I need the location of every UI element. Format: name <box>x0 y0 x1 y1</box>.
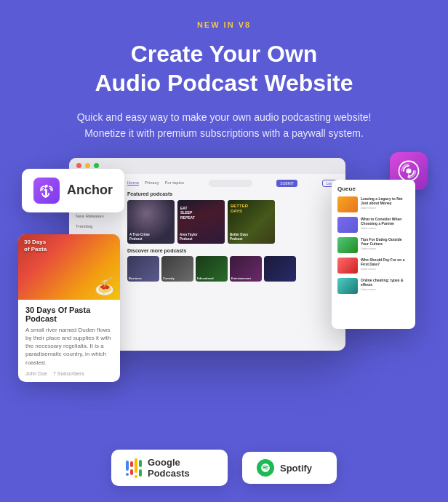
apple-podcasts-svg <box>398 160 420 182</box>
queue-item-sub-1: Listen more <box>361 206 409 210</box>
queue-item-text-5: Online cheating: types & effects Listen … <box>361 278 409 291</box>
queue-item-title-2: What to Consider When Choosing a Partner <box>361 217 409 226</box>
new-badge: NEW IN V8 <box>197 20 251 29</box>
queue-item-2[interactable]: What to Consider When Choosing a Partner… <box>337 217 409 233</box>
discover-cards: Business Comedy Educational Entertainmen… <box>127 256 340 282</box>
queue-item-1[interactable]: Leaving a Legacy to Not Just about Money… <box>337 196 409 212</box>
featured-card-2[interactable]: EATSLEEPREPEAT Area TaylorPodcast <box>177 200 225 244</box>
queue-thumb-1 <box>337 196 358 212</box>
sidebar-item-trending[interactable]: Trending <box>73 223 117 230</box>
podcast-card-meta: John Doe 7 Subscribers <box>25 371 113 376</box>
svg-point-1 <box>406 168 411 173</box>
podcast-card-desc: A small river named Duden flows by their… <box>25 326 113 367</box>
nav-privacy[interactable]: Privacy <box>145 180 159 186</box>
nav-home[interactable]: Home <box>127 180 139 186</box>
browser-topbar: Home Privacy For topics SUBMIT Login <box>127 180 340 187</box>
browser-main: Home Privacy For topics SUBMIT Login Fea… <box>121 174 345 351</box>
featured-cards: A True CrimePodcast EATSLEEPREPEAT Area … <box>127 200 340 244</box>
heading-line2: Audio Podcast Website <box>95 70 353 96</box>
card-title-2: Area TaylorPodcast <box>180 233 197 242</box>
discover-label-2: Comedy <box>163 276 175 280</box>
queue-item-5[interactable]: Online cheating: types & effects Listen … <box>337 278 409 294</box>
queue-item-text-3: Tips For Dating Outside Your Culture Lis… <box>361 237 409 250</box>
queue-item-sub-2: Listen more <box>361 226 409 230</box>
discover-card-1[interactable]: Business <box>127 256 159 282</box>
google-podcasts-label: Google Podcasts <box>148 457 213 479</box>
dot-minimize <box>85 163 90 168</box>
queue-panel: Queue Leaving a Legacy to Not Just about… <box>332 180 415 329</box>
queue-item-text-2: What to Consider When Choosing a Partner… <box>361 217 409 230</box>
queue-item-3[interactable]: Tips For Dating Outside Your Culture Lis… <box>337 237 409 253</box>
main-heading: Create Your Own Audio Podcast Website <box>95 39 353 97</box>
dot-close <box>76 163 81 168</box>
queue-thumb-5 <box>337 278 358 294</box>
queue-thumb-3 <box>337 237 358 253</box>
discover-card-5[interactable] <box>264 256 296 282</box>
spotify-icon <box>257 459 274 477</box>
discover-card-3[interactable]: Educational <box>196 256 228 282</box>
queue-item-title-5: Online cheating: types & effects <box>361 278 409 287</box>
google-podcasts-pill[interactable]: Google Podcasts <box>111 450 228 486</box>
anchor-svg <box>39 183 55 199</box>
queue-title: Queue <box>337 186 409 192</box>
anchor-card: Anchor <box>22 169 124 212</box>
page-wrapper: NEW IN V8 Create Your Own Audio Podcast … <box>0 0 448 502</box>
podcast-card-title: 30 Days Of Pasta Podcast <box>25 306 113 323</box>
browser-submit-btn[interactable]: SUBMIT <box>276 180 297 187</box>
podcast-card-subscribers: 7 Subscribers <box>53 371 84 376</box>
logos-row: Google Podcasts Spotify <box>111 450 337 486</box>
dot-maximize <box>94 163 99 168</box>
featured-card-1[interactable]: A True CrimePodcast <box>127 200 175 244</box>
anchor-icon <box>33 178 60 204</box>
discover-label-3: Educational <box>197 276 214 280</box>
discover-card-2[interactable]: Comedy <box>161 256 193 282</box>
queue-item-title-3: Tips For Dating Outside Your Culture <box>361 237 409 247</box>
queue-item-sub-3: Listen more <box>361 247 409 250</box>
queue-item-text-1: Leaving a Legacy to Not Just about Money… <box>361 196 409 210</box>
podcast-card-content: 30 Days Of Pasta Podcast A small river n… <box>18 300 120 382</box>
queue-item-sub-5: Listen more <box>361 287 409 291</box>
discover-label-4: Entertainment <box>231 276 251 280</box>
sidebar-item-newreleases[interactable]: New Releases <box>73 212 117 220</box>
queue-item-text-4: Who Should Pay For on a First Date? List… <box>361 258 409 271</box>
podcast-card: 30 Daysof Pasta 🍝 30 Days Of Pasta Podca… <box>18 234 120 382</box>
anchor-label: Anchor <box>67 183 113 198</box>
queue-thumb-2 <box>337 217 358 233</box>
heading-line1: Create Your Own <box>131 41 318 67</box>
queue-item-title-4: Who Should Pay For on a First Date? <box>361 258 409 267</box>
content-area: Podcast Home Menu New Releases Trending … <box>0 158 448 502</box>
podcast-card-image: 30 Daysof Pasta 🍝 <box>18 234 120 300</box>
browser-nav-items: Home Privacy For topics <box>127 180 184 186</box>
queue-item-4[interactable]: Who Should Pay For on a First Date? List… <box>337 258 409 274</box>
queue-item-sub-4: Listen more <box>361 267 409 271</box>
queue-thumb-4 <box>337 258 358 274</box>
card-title-3: Better DaysPodcast <box>230 233 248 242</box>
sub-text: Quick and easy way to make your own audi… <box>77 109 372 142</box>
podcast-card-author: John Doe <box>25 371 47 376</box>
card-title-1: A True CrimePodcast <box>129 233 150 242</box>
queue-item-title-1: Leaving a Legacy to Not Just about Money <box>361 196 409 206</box>
discover-label-1: Business <box>129 276 142 280</box>
spotify-pill[interactable]: Spotify <box>242 452 337 484</box>
featured-label: Featured podcasts <box>127 191 340 196</box>
discover-label: Discover more podcasts <box>127 248 340 253</box>
spotify-label: Spotify <box>280 463 312 474</box>
featured-card-3[interactable]: BetterDays Better DaysPodcast <box>228 200 275 244</box>
browser-search[interactable] <box>209 180 252 187</box>
google-podcasts-icon <box>126 458 142 478</box>
nav-topics[interactable]: For topics <box>165 180 184 186</box>
discover-card-4[interactable]: Entertainment <box>230 256 262 282</box>
